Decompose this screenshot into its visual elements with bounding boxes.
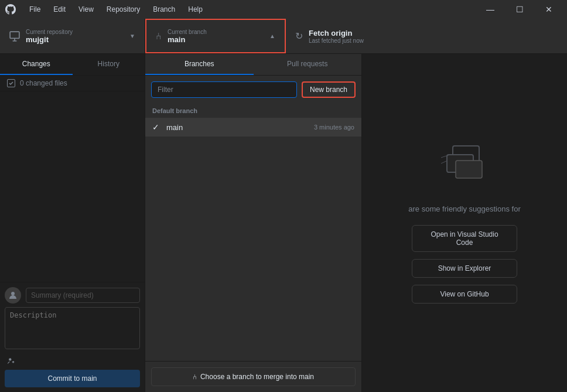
monitor-icon <box>9 31 20 42</box>
svg-point-3 <box>11 292 15 295</box>
branch-active-check-icon: ✓ <box>152 122 162 132</box>
branch-icon: ⑃ <box>156 31 162 42</box>
left-panel-tabs: Changes History <box>0 54 145 76</box>
tab-history[interactable]: History <box>73 54 145 75</box>
maximize-button[interactable]: ☐ <box>506 0 533 19</box>
filter-input[interactable] <box>151 81 297 98</box>
repo-label: Current repository <box>26 29 124 35</box>
branch-dropdown-panel: Branches Pull requests New branch Defaul… <box>145 54 362 392</box>
fetch-subtitle: Last fetched just now <box>309 38 364 44</box>
menu-branch[interactable]: Branch <box>147 3 181 16</box>
illustration <box>438 143 491 186</box>
summary-input[interactable] <box>26 288 140 303</box>
repo-selector[interactable]: Current repository mujgit ▼ <box>0 19 145 53</box>
fetch-origin-button[interactable]: ↻ Fetch origin Last fetched just now <box>286 19 567 53</box>
menu-help[interactable]: Help <box>182 3 209 16</box>
svg-rect-0 <box>10 32 19 38</box>
github-logo-icon <box>5 4 16 15</box>
tab-branches[interactable]: Branches <box>145 54 254 75</box>
window-controls: — ☐ ✕ <box>477 0 562 19</box>
suggestion-text: are some friendly suggestions for <box>408 204 520 213</box>
sync-icon: ↻ <box>295 30 303 42</box>
avatar <box>5 287 21 304</box>
description-input[interactable] <box>5 307 140 349</box>
titlebar: File Edit View Repository Branch Help — … <box>0 0 567 19</box>
fetch-title: Fetch origin <box>309 29 364 38</box>
branch-info: Current branch main <box>168 29 264 44</box>
summary-row <box>5 287 140 304</box>
merge-branch-button[interactable]: ⑃ Choose a branch to merge into main <box>151 367 356 386</box>
branch-selector[interactable]: ⑃ Current branch main ▲ <box>145 19 286 53</box>
chevron-up-icon: ▲ <box>269 33 275 39</box>
repo-info: Current repository mujgit <box>26 29 124 44</box>
left-panel: Changes History 0 changed files <box>0 54 145 392</box>
menu-view[interactable]: View <box>73 3 100 16</box>
files-list <box>0 91 145 282</box>
open-vscode-button[interactable]: Open in Visual Studio Code <box>412 225 517 252</box>
branch-panel-tabs: Branches Pull requests <box>145 54 361 76</box>
close-button[interactable]: ✕ <box>535 0 562 19</box>
menu-file[interactable]: File <box>23 3 46 16</box>
branch-item-name: main <box>166 123 309 132</box>
branch-item-time: 3 minutes ago <box>314 124 354 131</box>
merge-icon: ⑃ <box>193 373 197 381</box>
filter-row: New branch <box>145 76 361 104</box>
topbar: Current repository mujgit ▼ ⑃ Current br… <box>0 19 567 54</box>
svg-rect-7 <box>456 161 482 178</box>
tab-pull-requests[interactable]: Pull requests <box>254 54 362 75</box>
main-layout: Changes History 0 changed files <box>0 54 567 392</box>
changed-files-header: 0 changed files <box>0 76 145 91</box>
merge-bar: ⑃ Choose a branch to merge into main <box>145 361 361 392</box>
minimize-button[interactable]: — <box>477 0 504 19</box>
select-all-checkbox[interactable] <box>7 79 15 87</box>
svg-point-4 <box>9 358 11 360</box>
new-branch-button[interactable]: New branch <box>302 81 356 98</box>
fetch-info: Fetch origin Last fetched just now <box>309 29 364 44</box>
commit-button[interactable]: Commit to main <box>5 370 140 387</box>
default-branch-label: Default branch <box>145 104 361 118</box>
menu-edit[interactable]: Edit <box>47 3 71 16</box>
right-panel: are some friendly suggestions for Open i… <box>362 54 567 392</box>
commit-area: Commit to main <box>0 282 145 392</box>
view-github-button[interactable]: View on GitHub <box>412 285 517 304</box>
changed-files-count: 0 changed files <box>20 79 138 87</box>
menu-bar: File Edit View Repository Branch Help <box>23 3 209 16</box>
titlebar-left: File Edit View Repository Branch Help <box>5 3 209 16</box>
branch-label: Current branch <box>168 29 264 35</box>
chevron-down-icon: ▼ <box>129 33 135 39</box>
tab-changes[interactable]: Changes <box>0 54 73 75</box>
branch-name: main <box>168 35 264 44</box>
repo-name: mujgit <box>26 35 124 44</box>
merge-btn-label: Choose a branch to merge into main <box>200 373 314 381</box>
add-coauthor-button[interactable] <box>5 354 140 367</box>
show-explorer-button[interactable]: Show in Explorer <box>412 259 517 278</box>
menu-repository[interactable]: Repository <box>101 3 146 16</box>
branch-list-item[interactable]: ✓ main 3 minutes ago <box>145 118 361 137</box>
